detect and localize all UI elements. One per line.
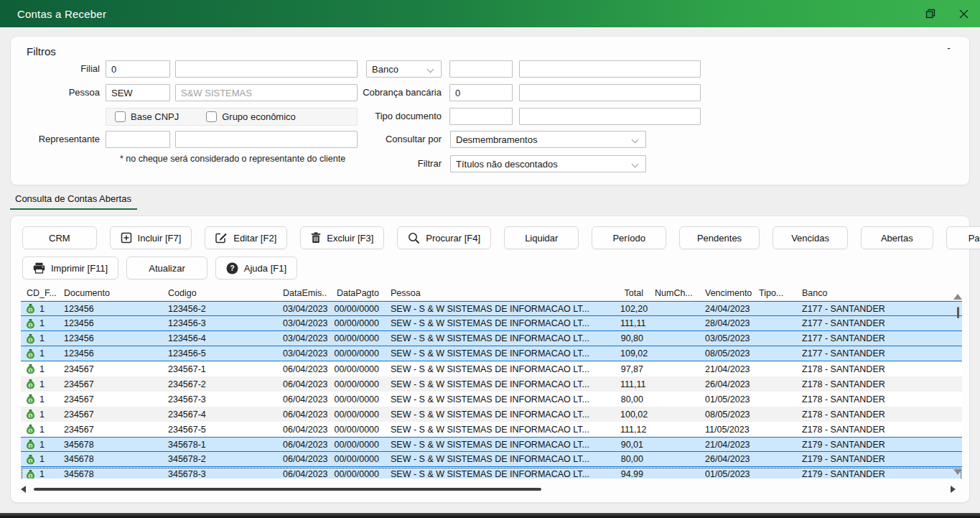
banco-combo[interactable]: Banco — [366, 60, 442, 78]
chevron-down-icon — [632, 137, 639, 144]
incluir-button[interactable]: Incluir [F7] — [110, 226, 192, 249]
pagas-button[interactable]: Pagas — [946, 226, 980, 249]
money-bag-icon: $ — [26, 303, 35, 314]
pendentes-button[interactable]: Pendentes — [679, 226, 760, 249]
crm-button[interactable]: CRM — [22, 226, 97, 249]
banco-code-input[interactable] — [449, 60, 513, 78]
tipo-documento-code-input[interactable] — [449, 108, 513, 125]
close-window-icon[interactable] — [947, 0, 980, 27]
table-row[interactable]: $ 1 123456 123456-2 03/04/2023 00/00/000… — [21, 301, 962, 316]
col-banco[interactable]: Banco — [796, 288, 962, 298]
table-row[interactable]: $ 1 123456 123456-4 03/04/2023 00/00/000… — [21, 331, 962, 346]
scroll-left-icon[interactable] — [21, 486, 26, 493]
atualizar-button[interactable]: Atualizar — [126, 256, 207, 279]
cobranca-code-input[interactable] — [449, 84, 513, 101]
money-bag-icon: $ — [26, 348, 35, 359]
vencidas-button[interactable]: Vencidas — [773, 226, 848, 249]
cell-pessoa: SEW - S & W SISTEMAS DE INFORMACAO LT... — [385, 394, 615, 404]
table-row[interactable]: $ 1 123456 123456-3 03/04/2023 00/00/000… — [21, 316, 962, 331]
filial-name-input[interactable] — [175, 60, 358, 78]
representante-code-input[interactable] — [106, 131, 170, 148]
cell-documento: 234567 — [58, 425, 162, 435]
table-row[interactable]: $ 1 345678 345678-2 06/04/2023 00/00/000… — [21, 452, 962, 467]
horizontal-scroll-thumb[interactable] — [34, 488, 541, 491]
cell-total: 94.99 — [615, 469, 649, 478]
tab-consulta-contas-abertas[interactable]: Consulta de Contas Abertas — [10, 193, 137, 210]
cell-cd-value: 1 — [39, 318, 45, 328]
cobranca-name-input[interactable] — [519, 84, 701, 101]
col-cd[interactable]: CD_F... — [21, 288, 58, 298]
money-bag-icon: $ — [26, 424, 35, 435]
svg-text:$: $ — [29, 399, 32, 403]
cell-pessoa: SEW - S & W SISTEMAS DE INFORMACAO LT... — [385, 348, 615, 359]
col-tipo[interactable]: Tipo... — [753, 288, 796, 298]
table-row[interactable]: $ 1 234567 234567-2 06/04/2023 00/00/000… — [21, 376, 962, 392]
cell-cd: $ 1 — [21, 439, 58, 450]
ajuda-button[interactable]: ? Ajuda [F1] — [215, 256, 297, 279]
vertical-scrollbar[interactable] — [952, 288, 963, 494]
procurar-button[interactable]: Procurar [F4] — [397, 226, 491, 249]
titlebar: Contas a Receber — [0, 0, 980, 27]
grid-header: CD_F... Documento Codigo DataEmis... Dat… — [21, 285, 962, 301]
tipo-documento-name-input[interactable] — [519, 108, 701, 125]
consultar-por-combo[interactable]: Desmembramentos — [450, 131, 646, 148]
table-row[interactable]: $ 1 345678 345678-3 06/04/2023 00/00/000… — [21, 467, 962, 478]
col-vencimento[interactable]: Vencimento — [699, 288, 753, 298]
base-cnpj-label: Base CNPJ — [131, 111, 179, 122]
liquidar-button[interactable]: Liquidar — [504, 226, 579, 249]
col-num-ch[interactable]: NumCh... — [649, 288, 699, 298]
cell-data-pagto: 00/00/0000 — [327, 304, 385, 314]
cell-banco: Z179 - SANTANDER — [796, 440, 962, 450]
cell-banco: Z177 - SANTANDER — [796, 348, 962, 359]
chevron-down-icon — [427, 66, 434, 73]
editar-button[interactable]: Editar [F2] — [205, 226, 287, 249]
cell-data-pagto: 00/00/0000 — [327, 318, 385, 328]
cell-data-emis: 03/04/2023 — [277, 318, 327, 328]
money-bag-icon: $ — [26, 318, 35, 329]
restore-window-icon[interactable] — [914, 0, 947, 27]
base-cnpj-checkbox-box[interactable] — [115, 111, 126, 122]
cell-cd-value: 1 — [39, 469, 45, 478]
scroll-right-icon[interactable] — [951, 486, 956, 493]
svg-text:$: $ — [29, 429, 32, 433]
table-row[interactable]: $ 1 234567 234567-5 06/04/2023 00/00/000… — [21, 422, 962, 437]
cell-cd-value: 1 — [39, 425, 45, 435]
col-total[interactable]: Total — [615, 288, 649, 298]
cell-codigo: 234567-2 — [162, 379, 277, 389]
cell-pessoa: SEW - S & W SISTEMAS DE INFORMACAO LT... — [385, 379, 615, 389]
vertical-scroll-thumb[interactable] — [957, 307, 959, 318]
cell-total: 90,80 — [615, 333, 649, 343]
grupo-economico-checkbox-box[interactable] — [206, 111, 217, 122]
svg-text:$: $ — [29, 353, 32, 357]
scroll-down-icon[interactable] — [953, 469, 962, 478]
filtrar-combo[interactable]: Títulos não descontados — [450, 155, 646, 172]
table-row[interactable]: $ 1 345678 345678-1 06/04/2023 00/00/000… — [21, 437, 962, 452]
excluir-button[interactable]: Excluir [F3] — [300, 226, 384, 249]
money-bag-icon: $ — [26, 333, 35, 344]
col-documento[interactable]: Documento — [58, 288, 162, 298]
table-row[interactable]: $ 1 234567 234567-3 06/04/2023 00/00/000… — [21, 392, 962, 407]
periodo-button[interactable]: Período — [592, 226, 666, 249]
filtrar-value: Títulos não descontados — [456, 159, 558, 170]
accounts-panel: CRM Incluir [F7] Editar [F2] Excluir [F3… — [10, 216, 970, 503]
abertas-button[interactable]: Abertas — [861, 226, 933, 249]
svg-text:$: $ — [29, 323, 32, 327]
table-row[interactable]: $ 1 234567 234567-1 06/04/2023 00/00/000… — [21, 361, 962, 376]
cell-total: 80,00 — [615, 454, 649, 464]
col-pessoa[interactable]: Pessoa — [385, 288, 615, 298]
cell-data-pagto: 00/00/0000 — [327, 425, 385, 435]
imprimir-button[interactable]: Imprimir [F11] — [22, 256, 118, 279]
col-data-pagto[interactable]: DataPagto — [327, 288, 385, 298]
scroll-up-icon[interactable] — [953, 294, 962, 302]
horizontal-scrollbar[interactable] — [18, 484, 958, 495]
pessoa-code-input[interactable] — [106, 84, 170, 101]
col-codigo[interactable]: Codigo — [162, 288, 277, 298]
collapse-filters-button[interactable]: - — [947, 42, 951, 53]
base-cnpj-checkbox[interactable]: Base CNPJ — [115, 111, 179, 122]
table-row[interactable]: $ 1 234567 234567-4 06/04/2023 00/00/000… — [21, 407, 962, 422]
table-row[interactable]: $ 1 123456 123456-5 03/04/2023 00/00/000… — [21, 346, 962, 361]
col-data-emis[interactable]: DataEmis... — [277, 288, 327, 298]
filial-code-input[interactable] — [106, 60, 170, 78]
banco-name-input[interactable] — [519, 60, 701, 78]
filial-label: Filial — [11, 60, 100, 78]
